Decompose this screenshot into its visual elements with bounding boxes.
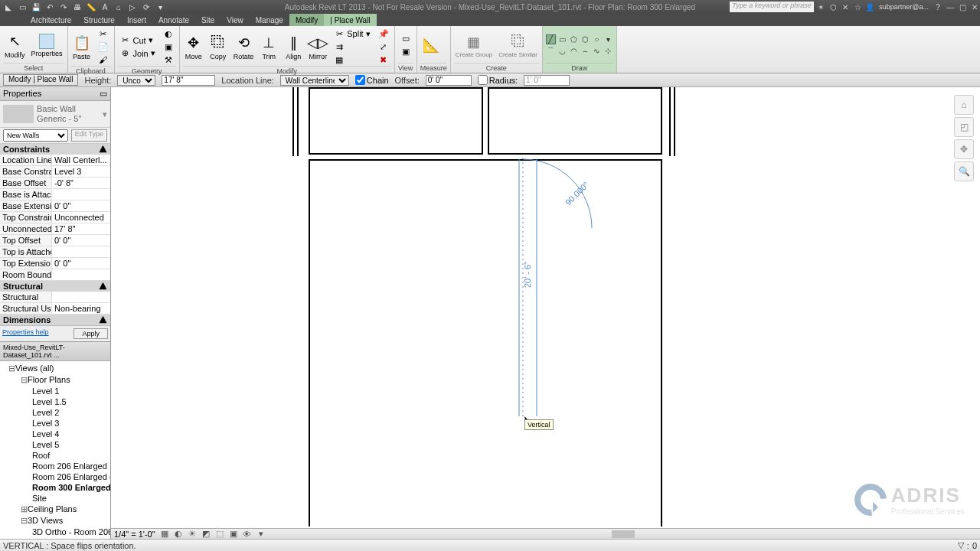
minimize-icon[interactable]: — — [945, 2, 956, 12]
draw-arc-center[interactable]: ◡ — [557, 46, 567, 56]
reveal-icon[interactable]: ▾ — [256, 530, 266, 539]
tree-item-floor-plan[interactable]: Room 300 Enlarged — [2, 482, 109, 493]
sun-path-icon[interactable]: ☀ — [188, 530, 197, 539]
dropdown-icon[interactable]: ▾ — [155, 2, 165, 12]
save-icon[interactable]: 💾 — [31, 2, 41, 12]
properties-close-icon[interactable]: ▭ — [100, 89, 107, 99]
tree-item-3d-view[interactable]: 3D Ortho - Room 206 — [2, 527, 109, 537]
align-button[interactable]: ‖Align — [283, 32, 304, 62]
prop-row[interactable]: Structural Usa...Non-bearing — [0, 303, 110, 315]
exchange-icon[interactable]: ✕ — [840, 2, 851, 12]
tree-item-floor-plan[interactable]: Level 5 — [2, 439, 109, 450]
draw-rect[interactable]: ▭ — [557, 34, 567, 44]
redo-icon[interactable]: ↷ — [58, 2, 69, 12]
prop-value[interactable]: 0' 0" — [52, 258, 110, 269]
home-icon[interactable]: ⌂ — [113, 2, 124, 12]
undo-icon[interactable]: ↶ — [44, 2, 55, 12]
mirror-button[interactable]: ◁▷Mirror — [307, 32, 328, 62]
tree-item-floor-plan[interactable]: Level 1 — [2, 386, 109, 396]
help-search-input[interactable]: Type a keyword or phrase — [730, 2, 814, 12]
properties-help-link[interactable]: Properties help — [2, 328, 49, 339]
scroll-thumb[interactable] — [612, 530, 635, 538]
scale-display[interactable]: 1/4" = 1'-0" — [114, 530, 155, 539]
prop-row[interactable]: Top Offset0' 0" — [0, 235, 110, 246]
tree-item-floor-plan[interactable]: Level 4 — [2, 429, 109, 439]
draw-spline[interactable]: ∿ — [592, 46, 602, 56]
pan-icon[interactable]: ✥ — [954, 139, 974, 159]
prop-value[interactable]: 0' 0" — [52, 235, 110, 246]
draw-arc-tangent[interactable]: ◠ — [569, 46, 579, 56]
view-tool1[interactable]: ▭ — [398, 33, 413, 45]
cut-clipboard-button[interactable]: ✂ — [96, 28, 111, 40]
scale-button[interactable]: ⤢ — [376, 41, 391, 53]
prop-row[interactable]: Top Extensio...0' 0" — [0, 258, 110, 269]
draw-more[interactable]: ▾ — [603, 34, 613, 44]
measure-btn[interactable]: 📐 — [420, 34, 442, 56]
tab-place-wall[interactable]: | Place Wall — [324, 14, 376, 26]
tree-ceiling-plans[interactable]: ⊞Ceiling Plans — [2, 504, 109, 515]
match-button[interactable]: 🖌 — [96, 54, 111, 66]
tab-site[interactable]: Site — [195, 14, 220, 26]
draw-fillet-arc[interactable]: ⌢ — [580, 46, 590, 56]
visual-style-icon[interactable]: ◐ — [174, 530, 183, 539]
paste-button[interactable]: 📋Paste — [71, 32, 93, 62]
structural-header[interactable]: Structural — [3, 282, 43, 291]
prop-value[interactable] — [52, 269, 110, 280]
draw-circum-poly[interactable]: ⬡ — [580, 34, 590, 44]
move-button[interactable]: ✥Move — [183, 32, 204, 62]
tree-3d-views[interactable]: ⊟3D Views — [2, 515, 109, 527]
prop-row[interactable]: Base ConstraintLevel 3 — [0, 166, 110, 178]
create-group-button[interactable]: ▦Create Group — [454, 31, 494, 60]
prop-row[interactable]: Base Offset-0' 8" — [0, 178, 110, 189]
tab-insert[interactable]: Insert — [121, 14, 152, 26]
close-icon[interactable]: ✕ — [969, 2, 980, 12]
draw-pick[interactable]: ⊹ — [603, 46, 613, 56]
open-icon[interactable]: ▭ — [17, 2, 28, 12]
prop-row[interactable]: Base is Attach... — [0, 189, 110, 201]
prop-value[interactable] — [52, 189, 110, 200]
prop-value[interactable]: -0' 8" — [52, 178, 110, 188]
prop-row[interactable]: Unconnected ...17' 8" — [0, 223, 110, 235]
tree-item-floor-plan[interactable]: Level 2 — [2, 407, 109, 418]
text-icon[interactable]: A — [100, 2, 110, 12]
sync-icon[interactable]: ⟳ — [141, 2, 152, 12]
favorites-icon[interactable]: ☆ — [852, 2, 863, 12]
print-icon[interactable]: 🖶 — [72, 2, 83, 12]
collapse-icon[interactable]: ⯅ — [99, 145, 107, 154]
type-dropdown-icon[interactable]: ▾ — [103, 109, 107, 119]
height-value[interactable] — [162, 75, 215, 86]
maximize-icon[interactable]: ▢ — [957, 2, 968, 12]
home-view-icon[interactable]: ⌂ — [954, 95, 974, 115]
constraints-header[interactable]: Constraints — [3, 145, 50, 154]
tab-view[interactable]: View — [220, 14, 250, 26]
prop-row[interactable]: Structural — [0, 292, 110, 303]
tree-item-floor-plan[interactable]: Room 206 Enlarged (Sh... — [2, 471, 109, 482]
drawing-canvas[interactable]: 90.000° 20' - 6" Vertical ⌂ ◰ ✥ 🔍 1/4" =… — [111, 87, 980, 539]
infocenter-icon[interactable]: ✶ — [815, 2, 826, 12]
tab-annotate[interactable]: Annotate — [152, 14, 195, 26]
prop-value[interactable] — [52, 246, 110, 257]
delete-button[interactable]: ✖ — [376, 54, 391, 66]
prop-value[interactable]: Unconnected — [52, 212, 110, 223]
offset-button[interactable]: ⇉ — [332, 41, 372, 53]
trim-button[interactable]: ⊥Trim — [258, 32, 279, 62]
prop-value[interactable] — [52, 292, 110, 302]
tree-views[interactable]: ⊟Views (all) — [2, 363, 109, 374]
zoom-icon[interactable]: 🔍 — [954, 161, 974, 181]
prop-row[interactable]: Top is Attached — [0, 246, 110, 258]
wall-opening-button[interactable]: ▣ — [161, 41, 176, 53]
prop-row[interactable]: Base Extensio...0' 0" — [0, 201, 110, 212]
properties-button[interactable]: Properties — [30, 32, 64, 59]
play-icon[interactable]: ▷ — [127, 2, 138, 12]
hide-isolate-icon[interactable]: 👁 — [243, 530, 252, 539]
subscription-icon[interactable]: ⬡ — [828, 2, 838, 12]
apply-button[interactable]: Apply — [74, 328, 108, 339]
tree-floor-plans[interactable]: ⊟Floor Plans — [2, 374, 109, 386]
tree-item-floor-plan[interactable]: Room 206 Enlarged — [2, 461, 109, 471]
create-similar-button[interactable]: ⿻Create Similar — [497, 31, 539, 60]
edit-type-button[interactable]: Edit Type — [71, 129, 107, 142]
tree-item-floor-plan[interactable]: Level 1.5 — [2, 396, 109, 407]
collapse-icon2[interactable]: ⯅ — [99, 282, 107, 291]
prop-value[interactable]: 0' 0" — [52, 201, 110, 211]
cope-button[interactable]: ◐ — [161, 28, 176, 40]
